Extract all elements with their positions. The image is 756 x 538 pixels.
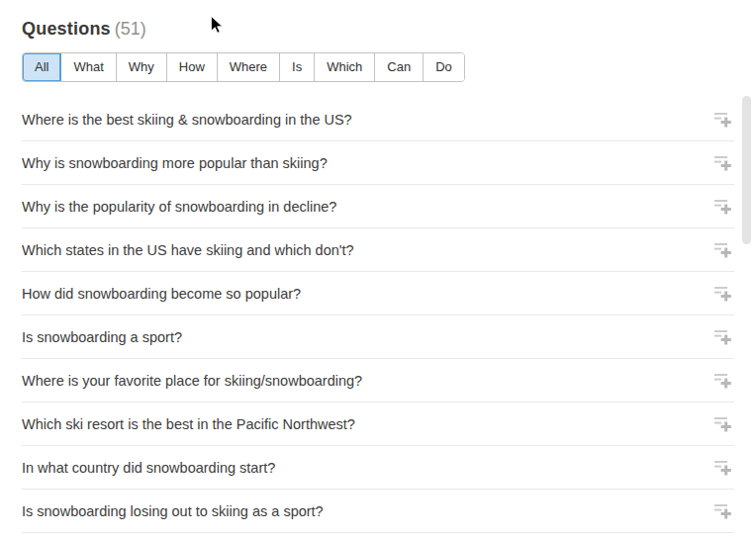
question-row[interactable]: Why is snowboarding more popular than sk… <box>22 141 734 185</box>
question-text: Is snowboarding losing out to skiing as … <box>22 503 324 519</box>
add-to-list-icon[interactable] <box>712 458 732 478</box>
add-to-list-icon[interactable] <box>712 153 732 173</box>
question-text: How did snowboarding become so popular? <box>22 286 301 302</box>
add-to-list-icon[interactable] <box>712 110 732 130</box>
question-row[interactable]: How did snowboarding become so popular? <box>22 272 734 315</box>
question-text: In what country did snowboarding start? <box>22 460 275 476</box>
question-row[interactable]: Why is the popularity of snowboarding in… <box>22 185 734 228</box>
filter-tab[interactable]: Do <box>424 53 464 81</box>
question-list: Where is the best skiing & snowboarding … <box>22 98 734 533</box>
question-row[interactable]: Is snowboarding losing out to skiing as … <box>22 490 734 533</box>
scrollbar-thumb[interactable] <box>742 96 751 244</box>
filter-tab[interactable]: How <box>167 53 218 81</box>
filter-tab[interactable]: Can <box>375 53 424 81</box>
filter-tab[interactable]: Is <box>280 53 315 81</box>
filter-tab[interactable]: Which <box>315 53 375 81</box>
filter-tab[interactable]: Where <box>218 53 280 81</box>
question-row[interactable]: Which ski resort is the best in the Paci… <box>22 403 734 446</box>
questions-panel: Questions(51) AllWhatWhyHowWhereIsWhichC… <box>0 0 756 533</box>
add-to-list-icon[interactable] <box>712 240 732 260</box>
question-text: Where is your favorite place for skiing/… <box>22 373 362 389</box>
question-text: Why is the popularity of snowboarding in… <box>22 199 336 215</box>
question-count: (51) <box>115 19 146 39</box>
add-to-list-icon[interactable] <box>712 197 732 217</box>
filter-tab[interactable]: All <box>23 53 61 81</box>
question-filter-tabs: AllWhatWhyHowWhereIsWhichCanDo <box>22 52 465 82</box>
page-header: Questions(51) <box>22 17 734 41</box>
question-row[interactable]: Is snowboarding a sport? <box>22 315 734 359</box>
question-text: Which states in the US have skiing and w… <box>22 242 354 258</box>
question-row[interactable]: In what country did snowboarding start? <box>22 446 734 490</box>
add-to-list-icon[interactable] <box>712 327 732 347</box>
question-text: Which ski resort is the best in the Paci… <box>22 416 355 432</box>
add-to-list-icon[interactable] <box>712 284 732 304</box>
question-row[interactable]: Which states in the US have skiing and w… <box>22 228 734 272</box>
filter-tab[interactable]: What <box>61 53 116 81</box>
question-text: Where is the best skiing & snowboarding … <box>22 112 352 128</box>
add-to-list-icon[interactable] <box>712 371 732 391</box>
add-to-list-icon[interactable] <box>712 501 732 521</box>
question-text: Is snowboarding a sport? <box>22 329 182 345</box>
filter-tab[interactable]: Why <box>117 53 167 81</box>
page-title: Questions <box>22 19 111 39</box>
question-row[interactable]: Where is the best skiing & snowboarding … <box>22 98 734 141</box>
question-row[interactable]: Where is your favorite place for skiing/… <box>22 359 734 403</box>
add-to-list-icon[interactable] <box>712 414 732 434</box>
question-text: Why is snowboarding more popular than sk… <box>22 155 328 171</box>
